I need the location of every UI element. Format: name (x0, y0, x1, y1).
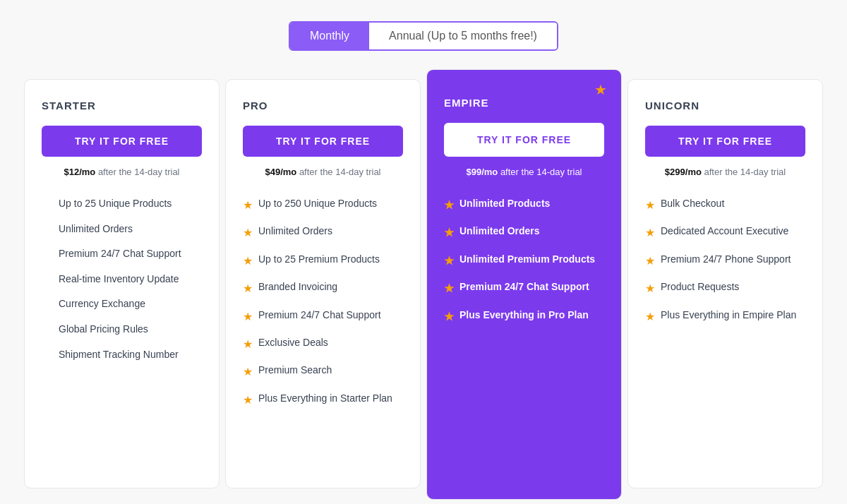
feature-item: ★ Plus Everything in Pro Plan (444, 308, 604, 325)
feature-item: ★ Unlimited Orders (444, 224, 604, 241)
feature-text: Currency Exchange (59, 297, 145, 311)
star-badge: ★ (594, 81, 607, 98)
features-list: Up to 25 Unique Products Unlimited Order… (42, 197, 202, 361)
star-icon: ★ (243, 309, 253, 325)
plan-card-empire: ★ EMPIRE TRY IT FOR FREE $99/mo after th… (426, 69, 622, 500)
feature-text: Premium 24/7 Chat Support (258, 308, 381, 323)
feature-text: Unlimited Orders (59, 222, 133, 236)
feature-item: ★ Unlimited Orders (243, 224, 403, 241)
feature-item: Real-time Inventory Update (42, 272, 202, 287)
feature-text: Exclusive Deals (258, 336, 328, 350)
plan-card-pro: PRO TRY IT FOR FREE $49/mo after the 14-… (225, 79, 421, 488)
star-icon: ★ (645, 253, 655, 269)
feature-item: ★ Exclusive Deals (243, 336, 403, 352)
price-text: $12/mo after the 14-day trial (42, 167, 202, 177)
price-text: $49/mo after the 14-day trial (243, 167, 403, 177)
feature-text: Branded Invoicing (258, 280, 337, 294)
feature-item: ★ Plus Everything in Starter Plan (243, 392, 403, 408)
feature-text: Unlimited Orders (459, 224, 540, 239)
features-list: ★ Bulk Checkout ★ Dedicated Account Exec… (645, 197, 805, 325)
plans-container: STARTER TRY IT FOR FREE $12/mo after the… (21, 76, 826, 503)
star-icon: ★ (645, 225, 655, 241)
star-icon: ★ (444, 225, 454, 241)
star-icon: ★ (444, 198, 454, 213)
star-icon: ★ (243, 281, 253, 296)
star-icon: ★ (243, 392, 253, 408)
feature-item: Unlimited Orders (42, 222, 202, 236)
feature-item: Currency Exchange (42, 297, 202, 311)
feature-text: Premium 24/7 Chat Support (59, 247, 181, 261)
star-icon: ★ (243, 364, 253, 380)
star-icon: ★ (645, 198, 655, 213)
feature-text: Unlimited Orders (258, 224, 332, 239)
price-text: $99/mo after the 14-day trial (444, 167, 604, 177)
star-icon: ★ (243, 198, 253, 213)
feature-item: ★ Premium Search (243, 364, 403, 380)
feature-item: ★ Unlimited Premium Products (444, 253, 604, 269)
cta-button-empire[interactable]: TRY IT FOR FREE (444, 123, 604, 157)
star-icon: ★ (444, 281, 454, 296)
star-icon: ★ (243, 253, 253, 269)
feature-item: ★ Up to 25 Premium Products (243, 253, 403, 269)
feature-item: ★ Branded Invoicing (243, 280, 403, 296)
plan-name: PRO (243, 100, 403, 112)
feature-text: Bulk Checkout (661, 197, 724, 211)
feature-item: ★ Premium 24/7 Chat Support (243, 308, 403, 325)
monthly-tab[interactable]: Monthly (290, 23, 369, 49)
annual-tab[interactable]: Annual (Up to 5 months free!) (369, 23, 557, 49)
feature-text: Unlimited Products (459, 197, 550, 211)
cta-button-unicorn[interactable]: TRY IT FOR FREE (645, 126, 805, 157)
feature-text: Up to 250 Unique Products (258, 197, 377, 211)
star-icon: ★ (645, 309, 655, 325)
feature-item: ★ Plus Everything in Empire Plan (645, 308, 805, 325)
star-icon: ★ (243, 337, 253, 352)
star-icon: ★ (444, 253, 454, 269)
feature-text: Premium 24/7 Phone Support (661, 253, 791, 267)
features-list: ★ Up to 250 Unique Products ★ Unlimited … (243, 197, 403, 408)
plan-card-unicorn: UNICORN TRY IT FOR FREE $299/mo after th… (627, 79, 823, 488)
feature-text: Dedicated Account Executive (661, 224, 788, 239)
billing-toggle: Monthly Annual (Up to 5 months free!) (289, 21, 558, 51)
feature-text: Premium Search (258, 364, 332, 378)
plan-card-starter: STARTER TRY IT FOR FREE $12/mo after the… (24, 79, 220, 488)
plan-name: UNICORN (645, 100, 805, 112)
feature-text: Premium 24/7 Chat Support (459, 280, 589, 294)
feature-item: ★ Up to 250 Unique Products (243, 197, 403, 213)
feature-item: Global Pricing Rules (42, 323, 202, 337)
cta-button-pro[interactable]: TRY IT FOR FREE (243, 126, 403, 157)
feature-item: ★ Premium 24/7 Chat Support (444, 280, 604, 296)
feature-text: Shipment Tracking Number (59, 348, 179, 362)
feature-text: Unlimited Premium Products (459, 253, 595, 267)
feature-text: Plus Everything in Empire Plan (661, 308, 796, 323)
feature-text: Plus Everything in Starter Plan (258, 392, 392, 406)
feature-text: Product Requests (661, 280, 739, 294)
feature-item: Shipment Tracking Number (42, 348, 202, 362)
feature-text: Up to 25 Unique Products (59, 197, 172, 211)
feature-text: Up to 25 Premium Products (258, 253, 380, 267)
feature-item: ★ Unlimited Products (444, 197, 604, 213)
feature-text: Plus Everything in Pro Plan (459, 308, 589, 323)
feature-item: ★ Premium 24/7 Phone Support (645, 253, 805, 269)
star-icon: ★ (645, 281, 655, 296)
feature-text: Real-time Inventory Update (59, 272, 179, 287)
feature-item: Up to 25 Unique Products (42, 197, 202, 211)
feature-item: ★ Dedicated Account Executive (645, 224, 805, 241)
feature-text: Global Pricing Rules (59, 323, 148, 337)
price-text: $299/mo after the 14-day trial (645, 167, 805, 177)
cta-button-starter[interactable]: TRY IT FOR FREE (42, 126, 202, 157)
plan-name: STARTER (42, 100, 202, 112)
plan-name: EMPIRE (444, 97, 604, 109)
feature-item: ★ Bulk Checkout (645, 197, 805, 213)
features-list: ★ Unlimited Products ★ Unlimited Orders … (444, 197, 604, 325)
feature-item: ★ Product Requests (645, 280, 805, 296)
star-icon: ★ (444, 309, 454, 325)
star-icon: ★ (243, 225, 253, 241)
feature-item: Premium 24/7 Chat Support (42, 247, 202, 261)
